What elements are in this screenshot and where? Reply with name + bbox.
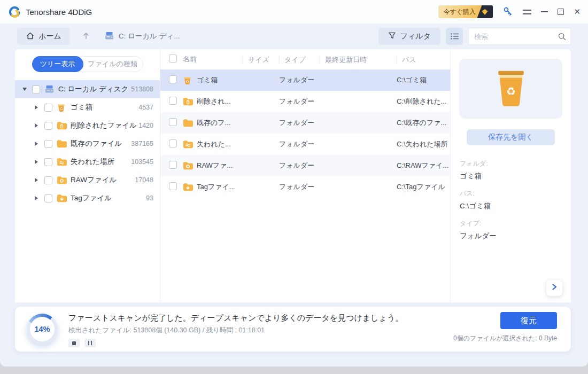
column-header-modified[interactable]: 最終更新日時: [320, 56, 397, 64]
detail-field-value: フォルダー: [460, 231, 571, 241]
maximize-button[interactable]: [558, 9, 564, 15]
tree-item[interactable]: 既存のファイル 387165: [15, 135, 160, 153]
folder-raw-icon: [57, 176, 68, 184]
open-save-location-button[interactable]: 保存先を開く: [467, 129, 555, 145]
row-checkbox[interactable]: [169, 139, 177, 147]
table-row[interactable]: ゴミ箱 フォルダー C:\ゴミ箱: [160, 69, 450, 91]
tree-item[interactable]: RAWファイル 17048: [15, 171, 160, 189]
home-button[interactable]: ホーム: [17, 28, 70, 45]
detail-field-value: ゴミ箱: [460, 172, 571, 181]
stop-icon: [72, 341, 76, 345]
detail-fields: フォルダ: ゴミ箱 パス: C:\ゴミ箱 タイプ: フォルダー: [460, 159, 571, 241]
tab-tree-view[interactable]: ツリー表示: [32, 56, 83, 72]
caret-icon[interactable]: [35, 196, 42, 200]
tree-checkbox[interactable]: [44, 194, 52, 202]
tree-item[interactable]: C: ローカル ディスク 513808: [15, 80, 160, 98]
menu-icon[interactable]: [523, 10, 531, 14]
app-window: Tenorshare 4DDiG 今すぐ購入: [0, 0, 588, 367]
tab-file-types[interactable]: ファイルの種類: [83, 57, 143, 72]
register-key-icon[interactable]: [502, 6, 513, 17]
folder-lost-icon: [57, 158, 68, 166]
stop-button[interactable]: [68, 339, 80, 347]
cell-name: RAWファ...: [197, 161, 243, 170]
recover-button[interactable]: 復元: [500, 312, 557, 329]
trash-icon: [57, 103, 68, 112]
cell-path: C:\削除された...: [397, 97, 450, 106]
tree-item-label: Tagファイル: [71, 193, 146, 203]
caret-icon[interactable]: [22, 88, 30, 91]
preview-box: ♻: [459, 59, 562, 119]
folder-tag-icon: [183, 183, 197, 191]
up-arrow-icon[interactable]: [82, 31, 90, 42]
caret-icon[interactable]: [35, 123, 42, 128]
trash-icon: [183, 76, 197, 85]
scan-stats: 検出されたファイル: 513808個 (140.30 GB) / 残り時間 : …: [68, 326, 453, 335]
scan-message: ファーストスキャンが完了した。ディープスキャンでより多くのデータを見つけましょう…: [68, 313, 453, 323]
close-button[interactable]: ✕: [574, 7, 581, 17]
folder-tree: C: ローカル ディスク 513808 ゴミ箱 4537 削除されたファイル 1…: [15, 80, 160, 207]
list-view-button[interactable]: [446, 28, 463, 45]
row-checkbox[interactable]: [169, 182, 177, 190]
folder-raw-icon: [183, 161, 197, 170]
minimize-button[interactable]: [541, 11, 548, 12]
nav-bar: ホーム C: ローカル ディ... フィルタ: [0, 24, 588, 49]
column-header-path[interactable]: パス: [397, 56, 450, 64]
search-icon[interactable]: [558, 32, 567, 43]
selection-info: 0個のファイルが選択された: 0 Byte: [453, 334, 557, 343]
tree-checkbox[interactable]: [32, 85, 40, 94]
scan-progress-value: 14%: [30, 317, 55, 341]
caret-icon[interactable]: [35, 105, 42, 110]
table-row[interactable]: 削除され... フォルダー C:\削除された...: [160, 91, 450, 112]
cell-type: フォルダー: [279, 139, 320, 149]
column-header-type[interactable]: タイプ: [279, 56, 320, 64]
tree-item[interactable]: 失われた場所 103545: [15, 153, 160, 171]
filter-button[interactable]: フィルタ: [378, 28, 440, 45]
cell-type: フォルダー: [279, 118, 320, 128]
folder-icon: [183, 119, 197, 127]
detail-field: パス: C:\ゴミ箱: [460, 189, 571, 211]
column-header-name[interactable]: 名前: [183, 54, 243, 64]
tree-item-label: RAWファイル: [71, 175, 135, 185]
tree-item[interactable]: Tagファイル 93: [15, 189, 160, 207]
table-row[interactable]: 既存のフ... フォルダー C:\既存のファ...: [160, 112, 450, 134]
pause-button[interactable]: [84, 339, 96, 347]
tree-checkbox[interactable]: [44, 176, 52, 184]
caret-icon[interactable]: [35, 160, 42, 164]
tree-checkbox[interactable]: [44, 158, 52, 166]
folder-trash-icon: [57, 121, 68, 130]
sidebar: ツリー表示 ファイルの種類 C: ローカル ディスク 513808 ゴミ箱 45…: [15, 49, 160, 302]
tree-item[interactable]: 削除されたファイル 1420: [15, 116, 160, 135]
tree-checkbox[interactable]: [44, 104, 52, 112]
table-row[interactable]: RAWファ... フォルダー C:\RAWファイ...: [160, 155, 450, 176]
detail-field: フォルダ: ゴミ箱: [460, 159, 571, 181]
tree-item[interactable]: ゴミ箱 4537: [15, 98, 160, 116]
detail-field-label: フォルダ:: [460, 159, 571, 168]
tree-item-count: 103545: [131, 158, 153, 166]
caret-icon[interactable]: [35, 142, 42, 146]
cell-path: C:\ゴミ箱: [397, 75, 450, 85]
table-row[interactable]: Tagファイ... フォルダー C:\Tagファイル: [160, 176, 450, 198]
breadcrumb[interactable]: C: ローカル ディ...: [104, 32, 180, 42]
tree-item-count: 17048: [135, 176, 153, 184]
row-checkbox[interactable]: [169, 118, 177, 126]
scan-status-bar: 14% ファーストスキャンが完了した。ディープスキャンでより多くのデータを見つけ…: [15, 307, 571, 352]
cell-name: Tagファイ...: [197, 182, 243, 192]
row-checkbox[interactable]: [169, 75, 177, 83]
chevron-right-icon: [551, 283, 558, 293]
tree-checkbox[interactable]: [44, 122, 52, 130]
cell-type: フォルダー: [279, 161, 320, 170]
row-checkbox[interactable]: [169, 97, 177, 105]
next-page-button[interactable]: [546, 280, 562, 296]
column-header-size[interactable]: サイズ: [243, 56, 279, 64]
select-all-checkbox[interactable]: [169, 54, 177, 63]
buy-now-button[interactable]: 今すぐ購入: [438, 5, 493, 18]
tree-checkbox[interactable]: [44, 140, 52, 148]
tree-item-count: 4537: [138, 104, 153, 111]
caret-icon[interactable]: [35, 178, 42, 182]
search-input[interactable]: [469, 28, 570, 44]
pause-icon: [88, 341, 92, 345]
tree-item-count: 93: [146, 194, 153, 202]
table-row[interactable]: 失われた... フォルダー C:\失われた場所: [160, 134, 450, 155]
app-title: Tenorshare 4DDiG: [26, 7, 92, 17]
row-checkbox[interactable]: [169, 161, 177, 169]
